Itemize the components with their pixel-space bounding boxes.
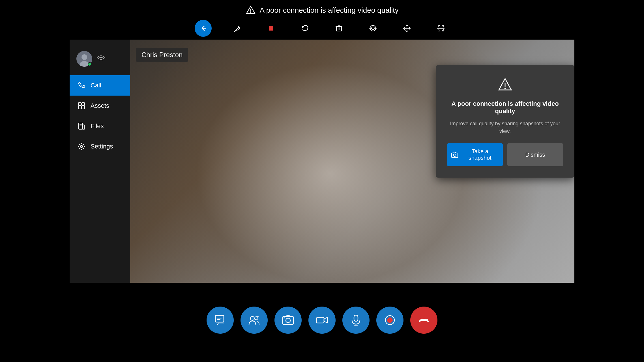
svg-rect-3 bbox=[336, 27, 342, 31]
sidebar: Call Assets bbox=[70, 40, 130, 283]
svg-point-32 bbox=[250, 316, 254, 320]
files-icon bbox=[78, 122, 85, 130]
sidebar-item-call[interactable]: Call bbox=[70, 75, 130, 96]
main-area: Call Assets bbox=[70, 40, 574, 283]
mute-button[interactable] bbox=[342, 307, 370, 334]
sidebar-item-files[interactable]: Files bbox=[70, 116, 130, 136]
chat-button[interactable] bbox=[207, 307, 234, 334]
delete-button[interactable] bbox=[330, 20, 347, 37]
call-icon bbox=[78, 81, 85, 89]
svg-point-37 bbox=[286, 318, 290, 323]
top-toolbar bbox=[195, 17, 449, 40]
caller-name-tag: Chris Preston bbox=[136, 48, 188, 62]
svg-rect-29 bbox=[215, 315, 224, 322]
end-call-icon bbox=[418, 314, 430, 326]
dismiss-button-label: Dismiss bbox=[525, 152, 545, 158]
annotate-button[interactable] bbox=[229, 20, 246, 37]
files-label: Files bbox=[91, 122, 104, 130]
caller-name: Chris Preston bbox=[141, 51, 183, 59]
svg-rect-19 bbox=[82, 106, 85, 109]
record-button[interactable] bbox=[376, 307, 403, 334]
alert-popup: A poor connection is affecting video qua… bbox=[436, 65, 574, 178]
snapshot-button[interactable]: Take a snapshot bbox=[447, 143, 503, 166]
alert-popup-icon bbox=[497, 76, 514, 93]
svg-rect-38 bbox=[284, 317, 285, 318]
svg-rect-17 bbox=[82, 103, 85, 105]
video-icon bbox=[316, 314, 328, 326]
screenshot-button[interactable] bbox=[274, 307, 302, 334]
participants-button[interactable] bbox=[241, 307, 268, 334]
svg-point-1 bbox=[250, 12, 251, 13]
end-call-button[interactable] bbox=[410, 307, 437, 334]
screenshot-icon bbox=[282, 314, 294, 326]
connection-icon bbox=[97, 55, 105, 62]
stop-record-button[interactable] bbox=[263, 20, 280, 37]
settings-icon bbox=[78, 143, 85, 150]
svg-point-33 bbox=[255, 317, 258, 320]
svg-point-43 bbox=[387, 317, 393, 323]
sidebar-header bbox=[70, 45, 130, 75]
top-warning-text: A poor connection is affecting video qua… bbox=[260, 6, 399, 15]
svg-rect-16 bbox=[78, 103, 81, 105]
svg-rect-39 bbox=[317, 317, 324, 323]
svg-point-7 bbox=[372, 27, 374, 30]
alert-buttons: Take a snapshot Dismiss bbox=[447, 143, 563, 166]
svg-point-28 bbox=[453, 154, 456, 156]
microphone-icon bbox=[350, 314, 362, 326]
alert-title: A poor connection is affecting video qua… bbox=[447, 100, 563, 115]
move-button[interactable] bbox=[398, 20, 415, 37]
snapshot-icon bbox=[451, 151, 458, 159]
target-button[interactable] bbox=[364, 20, 381, 37]
chat-icon bbox=[214, 314, 226, 326]
sidebar-item-settings[interactable]: Settings bbox=[70, 136, 130, 157]
settings-label: Settings bbox=[91, 143, 113, 150]
svg-rect-20 bbox=[79, 123, 83, 129]
undo-button[interactable] bbox=[297, 20, 314, 37]
participants-icon bbox=[248, 314, 260, 326]
assets-icon bbox=[78, 102, 85, 110]
svg-point-14 bbox=[81, 54, 87, 60]
svg-rect-18 bbox=[78, 106, 81, 109]
svg-rect-2 bbox=[269, 26, 273, 31]
avatar bbox=[76, 51, 92, 67]
svg-point-26 bbox=[505, 88, 506, 89]
bottom-controls bbox=[207, 307, 437, 334]
svg-point-24 bbox=[80, 145, 83, 148]
dismiss-button[interactable]: Dismiss bbox=[507, 143, 563, 166]
svg-rect-27 bbox=[452, 153, 458, 158]
snapshot-button-label: Take a snapshot bbox=[461, 148, 499, 161]
video-area: Chris Preston A poor connection is affec… bbox=[130, 40, 574, 283]
svg-rect-40 bbox=[354, 315, 358, 321]
online-indicator bbox=[88, 62, 92, 66]
warning-icon bbox=[246, 5, 256, 15]
video-button[interactable] bbox=[308, 307, 336, 334]
alert-subtitle: Improve call quality by sharing snapshot… bbox=[447, 120, 563, 135]
assets-label: Assets bbox=[91, 102, 109, 109]
record-icon bbox=[384, 314, 396, 326]
sidebar-nav: Call Assets bbox=[70, 75, 130, 157]
fit-button[interactable] bbox=[432, 20, 449, 37]
call-label: Call bbox=[91, 82, 101, 89]
sidebar-item-assets[interactable]: Assets bbox=[70, 96, 130, 116]
back-button[interactable] bbox=[195, 20, 212, 37]
